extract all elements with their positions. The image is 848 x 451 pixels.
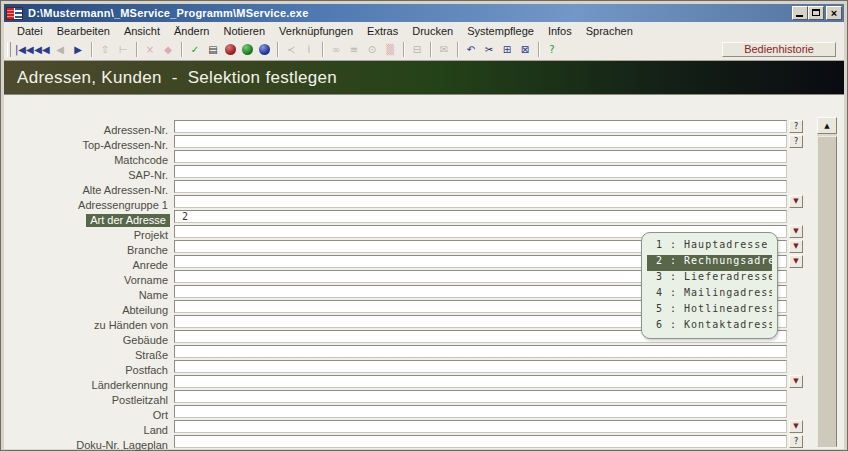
help-icon[interactable]: ? <box>543 41 561 58</box>
form-row: Art der Adresse <box>4 210 844 225</box>
toolbar-grip <box>7 42 11 57</box>
menu-sprachen[interactable]: Sprachen <box>579 24 640 38</box>
dropdown-button[interactable]: ▼ <box>789 195 803 208</box>
lookup-help-button[interactable]: ? <box>789 120 803 133</box>
previous-icon: ◀ <box>51 41 69 58</box>
window-title: D:\Mustermann\_MService_Programm\MServic… <box>23 7 308 19</box>
previous-fast-icon[interactable]: ◀◀ <box>33 41 51 58</box>
laenderkennung-input[interactable] <box>174 375 787 388</box>
form-row: Postleitzahl <box>4 390 844 405</box>
form-row: Matchcode <box>4 150 844 165</box>
toolbar-separator <box>136 42 137 57</box>
dropdown-button[interactable]: ▼ <box>789 225 803 238</box>
alte-adressen-nr-input[interactable] <box>174 180 787 193</box>
postleitzahl-input[interactable] <box>174 390 787 403</box>
close-button[interactable]: × <box>826 6 842 20</box>
dropdown-button[interactable]: ▼ <box>789 375 803 388</box>
print-icon: ⊟ <box>408 41 426 58</box>
next-icon[interactable]: ▶ <box>69 41 87 58</box>
doku-nr-lageplan-input[interactable] <box>174 435 787 448</box>
menu-notieren[interactable]: Notieren <box>216 24 272 38</box>
search-icon: ∞ <box>327 41 345 58</box>
menu-datei[interactable]: Datei <box>10 24 50 38</box>
toolbar-separator <box>403 42 404 57</box>
bedienhistorie-button[interactable]: Bedienhistorie <box>722 42 836 57</box>
toolbar: |◀◀ ◀◀ ◀ ▶ ⇧ ⊢ × ◆ ✓ ▤ ≺ i ∞ ≡ ⊙ ▒ ⊟ ✉ ↶… <box>4 39 844 61</box>
app-window: D:\Mustermann\_MService_Programm\MServic… <box>0 0 848 451</box>
form-row: Top-Adressen-Nr. ? <box>4 135 844 150</box>
menu-systempflege[interactable]: Systempflege <box>460 24 541 38</box>
mail-icon: ✉ <box>435 41 453 58</box>
vertical-scrollbar[interactable]: ▲ <box>817 117 837 447</box>
statistics-icon: ▒ <box>381 41 399 58</box>
erase-icon: ◆ <box>159 41 177 58</box>
scroll-up-button[interactable]: ▲ <box>817 117 837 134</box>
scrollbar-thumb[interactable] <box>817 136 837 447</box>
undo-icon[interactable]: ↶ <box>462 41 480 58</box>
details-form-icon[interactable]: ▤ <box>204 41 222 58</box>
run-red-icon[interactable] <box>225 44 236 55</box>
toolbar-separator <box>430 42 431 57</box>
adressen-nr-input[interactable] <box>174 120 787 133</box>
top-adressen-nr-input[interactable] <box>174 135 787 148</box>
adressengruppe-1-input[interactable] <box>174 195 787 208</box>
confirm-icon[interactable]: ✓ <box>186 41 204 58</box>
copy-icon[interactable]: ⊞ <box>498 41 516 58</box>
form-row: Postfach <box>4 360 844 375</box>
run-blue-icon[interactable] <box>259 44 270 55</box>
paste-icon[interactable]: ⊠ <box>516 41 534 58</box>
page-title: Adressen, Kunden - Selektion festlegen <box>4 61 844 94</box>
minimize-button[interactable] <box>792 6 808 20</box>
dropdown-button[interactable]: ▼ <box>789 255 803 268</box>
menu-infos[interactable]: Infos <box>541 24 579 38</box>
popup-item-rechnungsadresse-selected[interactable]: 2 : Rechnungsadresse <box>647 255 772 271</box>
menu-verknuepfungen[interactable]: Verknüpfungen <box>272 24 360 38</box>
maximize-button[interactable] <box>808 6 824 20</box>
run-green-icon[interactable] <box>242 44 253 55</box>
ort-input[interactable] <box>174 405 787 418</box>
menu-aendern[interactable]: Ändern <box>167 24 216 38</box>
matchcode-input[interactable] <box>174 150 787 163</box>
lookup-help-button[interactable]: ? <box>789 135 803 148</box>
import-icon: ⇧ <box>96 41 114 58</box>
preview-icon: ⊙ <box>363 41 381 58</box>
menu-ansicht[interactable]: Ansicht <box>117 24 167 38</box>
form-row: Adressengruppe 1 ▼ <box>4 195 844 210</box>
app-icon <box>6 7 23 20</box>
popup-item-mailingadresse[interactable]: 4 : Mailingadresse <box>647 287 772 303</box>
strasse-input[interactable] <box>174 345 787 358</box>
art-der-adresse-popup: 1 : Hauptadresse 2 : Rechnungsadresse 3 … <box>641 232 778 339</box>
tree-icon: ⊢ <box>114 41 132 58</box>
popup-item-hauptadresse[interactable]: 1 : Hauptadresse <box>647 239 772 255</box>
lookup-help-button[interactable]: ? <box>789 435 803 448</box>
art-der-adresse-input[interactable] <box>174 210 787 223</box>
page-header: Adressen, Kunden - Selektion festlegen <box>4 61 844 95</box>
land-input[interactable] <box>174 420 787 433</box>
sap-nr-input[interactable] <box>174 165 787 178</box>
first-record-icon[interactable]: |◀◀ <box>15 41 33 58</box>
postfach-input[interactable] <box>174 360 787 373</box>
form-row: Alte Adressen-Nr. <box>4 180 844 195</box>
form-row: Doku-Nr. Lageplan ? <box>4 435 844 450</box>
info-icon: i <box>300 41 318 58</box>
cut-icon[interactable]: ✂ <box>480 41 498 58</box>
field-label: Doku-Nr. Lageplan <box>74 439 170 451</box>
dropdown-button[interactable]: ▼ <box>789 240 803 253</box>
dropdown-button[interactable]: ▼ <box>789 420 803 433</box>
menu-drucken[interactable]: Drucken <box>405 24 460 38</box>
popup-item-kontaktadresse[interactable]: 6 : Kontaktadresse <box>647 319 772 335</box>
menu-extras[interactable]: Extras <box>360 24 405 38</box>
delete-icon: × <box>141 41 159 58</box>
selection-form: Adressen-Nr. ? Top-Adressen-Nr. ? Matchc… <box>4 95 844 449</box>
popup-item-hotlineadresse[interactable]: 5 : Hotlineadresse <box>647 303 772 319</box>
toolbar-separator <box>91 42 92 57</box>
menu-bar: Datei Bearbeiten Ansicht Ändern Notieren… <box>4 22 844 40</box>
list-icon: ≡ <box>345 41 363 58</box>
minimize-icon <box>796 15 803 17</box>
popup-item-lieferadresse[interactable]: 3 : Lieferadresse <box>647 271 772 287</box>
form-row: Länderkennung ▼ <box>4 375 844 390</box>
form-row: Land ▼ <box>4 420 844 435</box>
menu-bearbeiten[interactable]: Bearbeiten <box>50 24 117 38</box>
branch-icon: ≺ <box>282 41 300 58</box>
toolbar-separator <box>322 42 323 57</box>
